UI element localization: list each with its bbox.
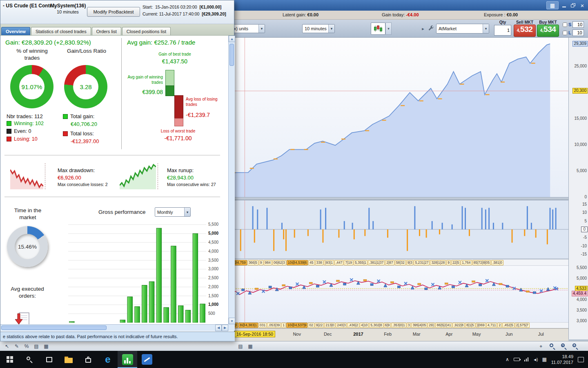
trade-bar [462,206,463,229]
scroll-left-button[interactable]: ◀ [215,325,222,331]
store-button[interactable] [78,351,98,368]
current-row: Current: 11-Jul-2017 17:40:00 [€29,309.2… [143,11,226,16]
tab-statistics[interactable]: Statistics of closed trades [31,27,91,35]
sell-price: 532 [520,25,532,34]
percent-tool-button[interactable]: % [22,343,31,350]
action-center-button[interactable] [578,357,584,362]
task-view-button[interactable] [39,351,59,368]
trading-app-button[interactable] [118,351,137,368]
modify-probacktest-button[interactable]: Modify ProBacktest [87,7,140,17]
zoom-out-button[interactable]: − [571,343,580,350]
axis-tick: 3,000 [208,267,218,272]
pinned-app-button[interactable] [137,351,157,368]
equity-curve-panel[interactable] [229,38,568,197]
axis-tick: 10 [582,210,587,215]
time-axis[interactable]: 16-Sep-2016 18:50 NovDec2017FebMarAprMay… [229,328,568,341]
arrow-down-icon: ▼ [230,319,234,323]
trade-bar [502,223,503,229]
trade-bar [273,229,274,251]
position-marker [533,292,536,294]
chevron-down-icon: ▾ [184,208,190,216]
buy-market-button[interactable]: 4,534 [537,25,559,37]
snapshot-tool-button[interactable]: ▦ [246,343,255,350]
order-type-dropdown[interactable]: AtMarket ▾ [436,24,489,34]
horizontal-scrollbar[interactable]: ◀ ▶ [0,324,228,331]
horizontal-scroll-thumb[interactable] [1,325,107,330]
order-type-value: AtMarket [439,26,457,31]
position-marker [343,283,346,285]
stop-checkbox[interactable] [563,22,567,27]
pointer-tool-button[interactable]: ↖ [2,343,11,350]
avg-loss-label: Avg loss of losing trades [186,97,222,107]
windows-logo-icon [7,356,13,363]
axis-tick: 10,000 [574,142,587,147]
timeframe-dropdown[interactable]: 10 minutes ▾ [302,24,335,33]
tab-closed-positions[interactable]: Closed positions list [122,27,171,35]
taskbar-search-button[interactable] [20,351,39,368]
file-explorer-button[interactable] [59,351,78,368]
network-icon[interactable] [524,357,529,361]
search-icon [26,356,33,363]
crosshair-button[interactable]: ⌖ [537,343,546,350]
limit-qty-input[interactable] [572,29,584,36]
minimize-button[interactable] [559,1,568,9]
order-annotation: 5,355|1 [354,260,368,265]
stop-qty-input[interactable] [572,21,584,28]
virtual-keyboard-button[interactable]: ▦ [546,1,559,9]
price-panel[interactable] [229,266,568,322]
panel-divider[interactable] [229,197,568,200]
battery-icon[interactable] [514,358,520,361]
sell-market-button[interactable]: 4,532 [514,25,536,37]
tab-orders-list[interactable]: Orders list [92,27,121,35]
keyboard-tray-icon[interactable]: ▦ [542,357,546,362]
qty-input[interactable] [494,25,511,36]
trade-histogram-panel[interactable] [229,200,568,258]
scroll-down-button[interactable]: ▼ [229,318,235,324]
start-button[interactable] [0,351,20,368]
units-dropdown[interactable]: (x) units ▾ [230,24,265,33]
zoom-in-button[interactable]: + [559,343,568,350]
scrollbar-corner [228,324,235,331]
axis-tick: 25,000 [574,64,587,69]
max-consecutive-wins: Max consecutive wins: 27 [167,182,216,187]
chart-type-button[interactable] [371,22,385,35]
month-bar [156,228,161,323]
vertical-scrollbar[interactable]: ▲ ▼ [228,36,235,324]
chart-type-arrow-button[interactable]: ▾ [385,22,392,35]
position-marker [506,285,509,287]
limit-order-marker [418,283,421,285]
trade-bar [552,209,553,229]
stop-row: S [563,21,584,28]
period-dropdown[interactable]: Monthly ▾ [155,207,191,217]
percent-icon: % [24,343,29,349]
vertical-scroll-thumb[interactable] [229,44,234,66]
order-annotation: 338 [315,260,323,265]
restore-button[interactable] [568,1,577,9]
scroll-up-button[interactable]: ▲ [229,36,235,42]
expander-button[interactable]: ▸ [421,25,425,32]
taskbar-clock[interactable]: 18.49 11.07.2017 [551,354,573,366]
draw-tool-button[interactable]: ✎ [12,343,21,350]
limit-checkbox[interactable] [563,31,567,35]
histogram-axis: 151050-5-10-15 [568,200,588,258]
settings-wrench-button[interactable] [426,23,435,34]
volume-icon[interactable]: ◄) [533,357,537,362]
tab-overview[interactable]: Overview [1,27,30,35]
scroll-right-button[interactable]: ▶ [222,325,228,331]
grid-tool-button[interactable]: ▦ [42,343,51,350]
gain-headline: Gain: €28,309.20 (+2,830.92%) [5,39,91,46]
trade-bar [481,208,483,229]
edge-button[interactable]: e [98,351,118,368]
order-annotation: 8@4,383|1 [238,323,258,328]
tray-overflow-button[interactable]: ∧ [506,357,509,362]
winning-trades-label: % of winning trades [9,48,56,62]
axis-tick: 5 [584,219,587,224]
zoom-select-button[interactable] [548,343,557,350]
backtest-results-window: - US Crude (E1 Contr… MySystem(136) 10 m… [0,0,234,341]
close-button[interactable]: × [577,1,587,9]
panel-tool-button[interactable]: ▤ [236,343,245,350]
list-tool-button[interactable]: ▤ [32,343,41,350]
crosshair-icon: ⌖ [540,343,543,349]
avg-loss-value: -€1,239.7 [186,112,225,118]
best-trade-label: Gain of best trade [144,52,205,57]
